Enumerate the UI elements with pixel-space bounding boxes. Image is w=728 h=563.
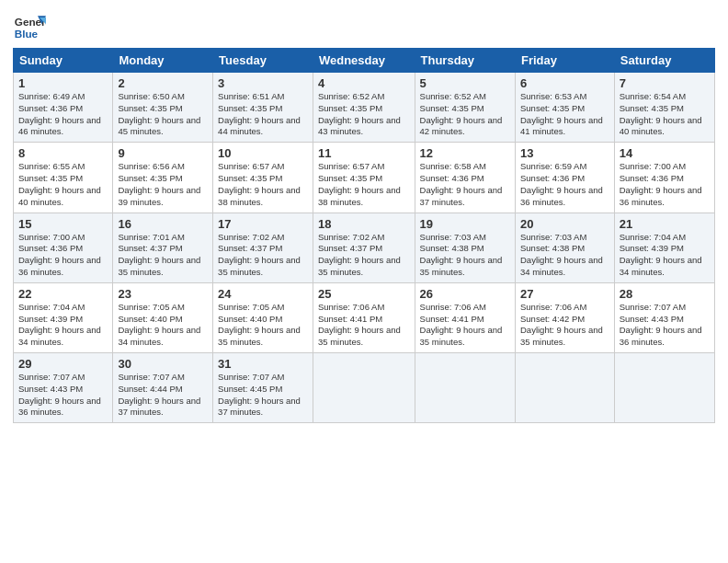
calendar-day-cell: 26 Sunrise: 7:06 AMSunset: 4:41 PMDaylig… [415,282,515,352]
calendar-day-cell [614,353,714,423]
day-info: Sunrise: 7:06 AMSunset: 4:41 PMDaylight:… [420,302,503,347]
day-info: Sunrise: 7:07 AMSunset: 4:43 PMDaylight:… [620,302,702,347]
day-info: Sunrise: 7:00 AMSunset: 4:36 PMDaylight:… [18,232,101,277]
day-info: Sunrise: 6:50 AMSunset: 4:35 PMDaylight:… [118,91,200,136]
calendar-header-cell: Sunday [14,49,113,73]
day-info: Sunrise: 6:57 AMSunset: 4:35 PMDaylight:… [218,161,301,206]
day-info: Sunrise: 7:06 AMSunset: 4:42 PMDaylight:… [520,302,603,347]
calendar-day-cell [313,353,415,423]
day-number: 10 [218,146,308,160]
header: General Blue [13,9,715,42]
day-info: Sunrise: 7:07 AMSunset: 4:45 PMDaylight:… [218,372,301,417]
calendar-day-cell: 7 Sunrise: 6:54 AMSunset: 4:35 PMDayligh… [614,73,714,143]
day-number: 26 [420,287,510,301]
day-info: Sunrise: 6:52 AMSunset: 4:35 PMDaylight:… [420,91,503,136]
calendar-day-cell: 1 Sunrise: 6:49 AMSunset: 4:36 PMDayligh… [14,73,113,143]
day-info: Sunrise: 7:03 AMSunset: 4:38 PMDaylight:… [520,232,603,277]
day-info: Sunrise: 7:07 AMSunset: 4:43 PMDaylight:… [18,372,101,417]
day-info: Sunrise: 6:57 AMSunset: 4:35 PMDaylight:… [318,161,401,206]
day-number: 20 [520,217,609,231]
calendar-header-cell: Wednesday [313,49,415,73]
calendar-header-cell: Friday [515,49,614,73]
day-info: Sunrise: 6:56 AMSunset: 4:35 PMDaylight:… [118,161,200,206]
day-number: 22 [18,287,108,301]
calendar-day-cell: 15 Sunrise: 7:00 AMSunset: 4:36 PMDaylig… [14,213,113,282]
calendar-body: 1 Sunrise: 6:49 AMSunset: 4:36 PMDayligh… [14,73,715,423]
day-info: Sunrise: 7:06 AMSunset: 4:41 PMDaylight:… [318,302,401,347]
calendar-day-cell: 24 Sunrise: 7:05 AMSunset: 4:40 PMDaylig… [213,282,313,352]
day-info: Sunrise: 7:03 AMSunset: 4:38 PMDaylight:… [420,232,503,277]
calendar-table: SundayMondayTuesdayWednesdayThursdayFrid… [13,48,715,423]
day-info: Sunrise: 7:01 AMSunset: 4:37 PMDaylight:… [118,232,200,277]
day-number: 17 [218,217,308,231]
day-info: Sunrise: 6:52 AMSunset: 4:35 PMDaylight:… [318,91,401,136]
day-number: 27 [520,287,609,301]
day-number: 14 [620,146,710,160]
day-number: 7 [620,76,710,90]
day-number: 1 [18,76,108,90]
day-number: 16 [118,217,208,231]
main-container: General Blue SundayMondayTuesdayWednesda… [0,0,728,432]
calendar-day-cell: 3 Sunrise: 6:51 AMSunset: 4:35 PMDayligh… [213,73,313,143]
calendar-day-cell: 2 Sunrise: 6:50 AMSunset: 4:35 PMDayligh… [113,73,213,143]
calendar-day-cell: 19 Sunrise: 7:03 AMSunset: 4:38 PMDaylig… [415,213,515,282]
calendar-day-cell [515,353,614,423]
calendar-header-cell: Tuesday [213,49,313,73]
day-info: Sunrise: 6:58 AMSunset: 4:36 PMDaylight:… [420,161,503,206]
day-number: 11 [318,146,410,160]
calendar-day-cell: 29 Sunrise: 7:07 AMSunset: 4:43 PMDaylig… [14,353,113,423]
calendar-day-cell: 4 Sunrise: 6:52 AMSunset: 4:35 PMDayligh… [313,73,415,143]
calendar-day-cell: 28 Sunrise: 7:07 AMSunset: 4:43 PMDaylig… [614,282,714,352]
day-info: Sunrise: 6:53 AMSunset: 4:35 PMDaylight:… [520,91,603,136]
day-number: 5 [420,76,510,90]
calendar-week-row: 29 Sunrise: 7:07 AMSunset: 4:43 PMDaylig… [14,353,715,423]
day-info: Sunrise: 6:59 AMSunset: 4:36 PMDaylight:… [520,161,603,206]
calendar-week-row: 1 Sunrise: 6:49 AMSunset: 4:36 PMDayligh… [14,73,715,143]
day-number: 30 [118,357,208,371]
day-info: Sunrise: 6:55 AMSunset: 4:35 PMDaylight:… [18,161,101,206]
logo-icon: General Blue [13,9,46,42]
calendar-day-cell: 31 Sunrise: 7:07 AMSunset: 4:45 PMDaylig… [213,353,313,423]
day-number: 15 [18,217,108,231]
day-number: 23 [118,287,208,301]
calendar-day-cell [415,353,515,423]
day-info: Sunrise: 7:00 AMSunset: 4:36 PMDaylight:… [620,161,702,206]
day-number: 8 [18,146,108,160]
calendar-day-cell: 25 Sunrise: 7:06 AMSunset: 4:41 PMDaylig… [313,282,415,352]
day-number: 4 [318,76,410,90]
calendar-week-row: 15 Sunrise: 7:00 AMSunset: 4:36 PMDaylig… [14,213,715,282]
day-number: 9 [118,146,208,160]
day-number: 21 [620,217,710,231]
day-number: 12 [420,146,510,160]
day-info: Sunrise: 7:02 AMSunset: 4:37 PMDaylight:… [318,232,401,277]
day-number: 19 [420,217,510,231]
calendar-day-cell: 30 Sunrise: 7:07 AMSunset: 4:44 PMDaylig… [113,353,213,423]
calendar-day-cell: 16 Sunrise: 7:01 AMSunset: 4:37 PMDaylig… [113,213,213,282]
day-info: Sunrise: 7:02 AMSunset: 4:37 PMDaylight:… [218,232,301,277]
calendar-day-cell: 20 Sunrise: 7:03 AMSunset: 4:38 PMDaylig… [515,213,614,282]
calendar-day-cell: 14 Sunrise: 7:00 AMSunset: 4:36 PMDaylig… [614,143,714,213]
day-number: 6 [520,76,609,90]
day-info: Sunrise: 6:54 AMSunset: 4:35 PMDaylight:… [620,91,702,136]
day-number: 25 [318,287,410,301]
calendar-day-cell: 21 Sunrise: 7:04 AMSunset: 4:39 PMDaylig… [614,213,714,282]
day-info: Sunrise: 6:51 AMSunset: 4:35 PMDaylight:… [218,91,301,136]
calendar-day-cell: 23 Sunrise: 7:05 AMSunset: 4:40 PMDaylig… [113,282,213,352]
day-info: Sunrise: 7:04 AMSunset: 4:39 PMDaylight:… [18,302,101,347]
day-number: 18 [318,217,410,231]
calendar-day-cell: 5 Sunrise: 6:52 AMSunset: 4:35 PMDayligh… [415,73,515,143]
calendar-day-cell: 18 Sunrise: 7:02 AMSunset: 4:37 PMDaylig… [313,213,415,282]
calendar-header-cell: Thursday [415,49,515,73]
day-info: Sunrise: 7:07 AMSunset: 4:44 PMDaylight:… [118,372,200,417]
svg-text:Blue: Blue [15,28,39,40]
calendar-header-cell: Monday [113,49,213,73]
logo: General Blue [13,9,46,42]
day-number: 24 [218,287,308,301]
calendar-day-cell: 9 Sunrise: 6:56 AMSunset: 4:35 PMDayligh… [113,143,213,213]
day-number: 2 [118,76,208,90]
calendar-day-cell: 17 Sunrise: 7:02 AMSunset: 4:37 PMDaylig… [213,213,313,282]
calendar-day-cell: 22 Sunrise: 7:04 AMSunset: 4:39 PMDaylig… [14,282,113,352]
calendar-day-cell: 27 Sunrise: 7:06 AMSunset: 4:42 PMDaylig… [515,282,614,352]
calendar-day-cell: 13 Sunrise: 6:59 AMSunset: 4:36 PMDaylig… [515,143,614,213]
day-number: 31 [218,357,308,371]
